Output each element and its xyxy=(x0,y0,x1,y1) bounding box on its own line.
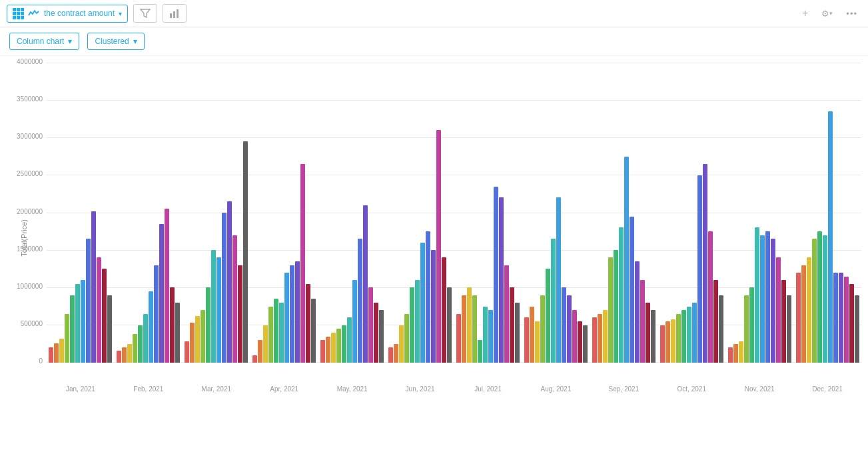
settings-button[interactable]: ⚙ ▾ xyxy=(817,6,837,21)
month-group xyxy=(590,63,657,363)
bar xyxy=(368,287,373,363)
chart-type-button[interactable] xyxy=(163,4,187,23)
bar xyxy=(117,351,121,363)
bar xyxy=(311,299,316,363)
bar xyxy=(635,261,640,363)
bar xyxy=(107,295,112,363)
bar xyxy=(598,314,602,363)
x-tick-label: Apr, 2021 xyxy=(250,385,318,393)
filter-icon xyxy=(140,8,151,19)
x-tick-label: Jun, 2021 xyxy=(386,385,454,393)
bar xyxy=(849,284,854,363)
bar xyxy=(572,310,577,363)
bar xyxy=(817,231,822,363)
bar xyxy=(49,347,53,363)
bar xyxy=(681,310,686,363)
y-tick-label: 2000000 xyxy=(5,208,43,215)
cluster-type-dropdown[interactable]: Clustered ▾ xyxy=(87,33,144,50)
chart-inner: 4000000350000030000002500000200000015000… xyxy=(47,63,861,383)
bar xyxy=(363,205,368,363)
bar xyxy=(86,239,91,363)
add-icon: + xyxy=(802,7,808,19)
settings-arrow: ▾ xyxy=(829,10,833,17)
bar xyxy=(556,197,561,363)
bar xyxy=(708,231,713,363)
bar xyxy=(614,250,618,363)
bar xyxy=(232,235,237,363)
bar xyxy=(562,287,566,363)
grid-icon xyxy=(13,8,24,19)
month-group xyxy=(725,63,793,363)
bar xyxy=(567,295,572,363)
bar xyxy=(608,257,613,363)
bar xyxy=(494,187,498,363)
bar xyxy=(546,269,550,363)
bar xyxy=(713,280,718,363)
month-group xyxy=(386,63,454,363)
bar xyxy=(420,243,425,363)
bar xyxy=(243,141,248,363)
bar xyxy=(472,295,477,363)
bar xyxy=(530,307,534,363)
bar xyxy=(665,321,670,363)
bar xyxy=(154,265,159,363)
bar xyxy=(749,287,754,363)
bar xyxy=(478,340,482,363)
month-group xyxy=(115,63,183,363)
x-tick-label: Oct, 2021 xyxy=(657,385,725,393)
bar xyxy=(442,257,446,363)
bar xyxy=(394,344,398,363)
bar xyxy=(728,347,733,363)
bar xyxy=(284,273,289,363)
month-group xyxy=(318,63,386,363)
bar xyxy=(447,287,452,363)
cluster-type-arrow: ▾ xyxy=(133,37,137,46)
bar xyxy=(170,287,175,363)
bar xyxy=(143,314,148,363)
bar xyxy=(844,277,849,363)
bar xyxy=(765,231,770,363)
filter-button[interactable] xyxy=(133,4,157,23)
bar xyxy=(59,339,64,363)
bar xyxy=(279,303,284,363)
y-tick-label: 4000000 xyxy=(5,58,43,65)
bar xyxy=(227,201,232,363)
toolbar-left: the contract amount ▾ xyxy=(7,4,793,23)
bar xyxy=(306,284,310,363)
bar xyxy=(646,303,650,363)
bar xyxy=(787,295,791,363)
bar xyxy=(195,316,200,363)
bar xyxy=(379,310,384,363)
month-group xyxy=(47,63,115,363)
bar xyxy=(687,307,691,363)
bar xyxy=(660,325,665,363)
bar xyxy=(467,287,472,363)
data-selector[interactable]: the contract amount ▾ xyxy=(7,5,128,23)
bar xyxy=(671,319,675,363)
more-button[interactable]: ••• xyxy=(842,6,861,21)
bar xyxy=(515,303,520,363)
bar xyxy=(719,295,723,363)
month-group xyxy=(793,63,861,363)
bar xyxy=(640,280,645,363)
bar xyxy=(326,337,330,363)
bar xyxy=(833,273,838,363)
x-tick-label: Dec, 2021 xyxy=(793,385,861,393)
settings-icon: ⚙ xyxy=(821,9,829,19)
bar xyxy=(336,329,341,363)
bar xyxy=(358,239,362,363)
bar xyxy=(462,295,466,363)
bar xyxy=(823,235,827,363)
y-tick-label: 3500000 xyxy=(5,95,43,103)
bar xyxy=(211,250,216,363)
x-tick-label: Mar, 2021 xyxy=(183,385,250,393)
data-selector-text: the contract amount xyxy=(44,9,115,18)
chart-type-label: Column chart xyxy=(17,37,64,46)
bar xyxy=(175,303,180,363)
bar xyxy=(483,307,488,363)
bar xyxy=(81,280,85,363)
chart-type-dropdown[interactable]: Column chart ▾ xyxy=(9,33,79,50)
bar xyxy=(630,217,634,363)
bar xyxy=(578,321,582,363)
add-button[interactable]: + xyxy=(798,5,812,22)
